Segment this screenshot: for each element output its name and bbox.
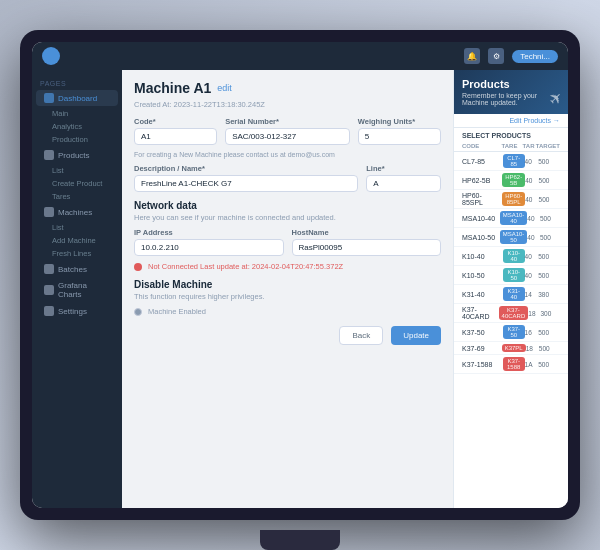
sidebar-item-batches[interactable]: Batches: [36, 261, 118, 277]
sidebar-section-label: PAGES: [32, 76, 122, 89]
product-tare: 1A: [525, 361, 539, 368]
notifications-icon[interactable]: 🔔: [464, 48, 480, 64]
product-tare: 18: [526, 345, 539, 352]
product-code: K31-40: [462, 291, 503, 298]
app-logo: [42, 47, 60, 65]
content-area: Machine A1 edit Created At: 2023-11-22T1…: [122, 70, 453, 508]
connection-status: Not Connected Last update at: 2024-02-04…: [134, 262, 441, 271]
col-target: TARGET: [536, 143, 560, 149]
product-code: MSA10-50: [462, 234, 500, 241]
product-target: 500: [540, 234, 560, 241]
sidebar-sub-production[interactable]: Production: [32, 133, 122, 146]
sidebar-item-settings[interactable]: Settings: [36, 303, 118, 319]
products-row[interactable]: HP62-5B HP62-5B 40 500: [454, 171, 568, 190]
created-text: Created At: 2023-11-22T13:18:30.245Z: [134, 100, 441, 109]
sidebar-item-grafana[interactable]: Grafana Charts: [36, 278, 118, 302]
form-grid-top: Code* Serial Number* Weighing Units*: [134, 117, 441, 145]
sidebar-item-machines[interactable]: Machines: [36, 204, 118, 220]
ip-label: IP Address: [134, 228, 284, 237]
form-row-desc: Description / Name* Line*: [134, 164, 441, 192]
sidebar-sub-create-product[interactable]: Create Product: [32, 177, 122, 190]
code-input[interactable]: [134, 128, 217, 145]
products-row[interactable]: K10-40 K10-40 40 500: [454, 247, 568, 266]
col-code: CODE: [462, 143, 502, 149]
product-tare: 40: [527, 234, 540, 241]
products-row[interactable]: CL7-85 CL7-85 40 500: [454, 152, 568, 171]
product-code: HP60-85SPL: [462, 192, 502, 206]
sidebar-sub-tares[interactable]: Tares: [32, 190, 122, 203]
products-row[interactable]: K37-69 K37PL 18 500: [454, 342, 568, 355]
product-target: 380: [538, 291, 560, 298]
machine-enabled-row: Machine Enabled: [134, 307, 441, 316]
ip-input[interactable]: [134, 239, 284, 256]
weighing-label: Weighing Units*: [358, 117, 441, 126]
line-input[interactable]: [366, 175, 441, 192]
serial-group: Serial Number*: [225, 117, 350, 145]
product-tare: 40: [525, 196, 538, 203]
product-tare: 18: [528, 310, 540, 317]
product-tare: 16: [525, 329, 539, 336]
product-tare: 14: [525, 291, 539, 298]
sidebar-sub-list[interactable]: List: [32, 164, 122, 177]
grafana-icon: [44, 285, 54, 295]
product-target: 500: [538, 329, 560, 336]
products-row[interactable]: K10-50 K10-50 40 500: [454, 266, 568, 285]
hostname-input[interactable]: [292, 239, 442, 256]
code-label: Code*: [134, 117, 217, 126]
desc-input[interactable]: [134, 175, 358, 192]
update-button[interactable]: Update: [391, 326, 441, 345]
products-row[interactable]: K37-50 K37-50 16 500: [454, 323, 568, 342]
products-header: Products Remember to keep your Machine u…: [454, 70, 568, 114]
product-code: HP62-5B: [462, 177, 502, 184]
edit-link[interactable]: edit: [217, 83, 232, 93]
sidebar-sub-add-machine[interactable]: Add Machine: [32, 234, 122, 247]
products-row[interactable]: K37-1588 K37-1588 1A 500: [454, 355, 568, 374]
products-row[interactable]: K31-40 K31-40 14 380: [454, 285, 568, 304]
product-tare: 40: [527, 215, 540, 222]
serial-input[interactable]: [225, 128, 350, 145]
product-badge: K10-40: [503, 249, 525, 263]
product-badge: MSA10-40: [500, 211, 528, 225]
products-panel: Products Remember to keep your Machine u…: [453, 70, 568, 508]
settings-icon[interactable]: ⚙: [488, 48, 504, 64]
products-table-header: CODE TARE TAR TARGET: [454, 141, 568, 152]
product-code: K37-69: [462, 345, 502, 352]
product-target: 500: [539, 345, 560, 352]
product-tare: 40: [525, 272, 539, 279]
action-row: Back Update: [134, 326, 441, 345]
sidebar-grafana-label: Grafana Charts: [58, 281, 110, 299]
form-hint: For creating a New Machine please contac…: [134, 151, 441, 158]
machine-enabled-label: Machine Enabled: [148, 307, 206, 316]
col-tare: TARE: [502, 143, 523, 149]
weighing-input[interactable]: [358, 128, 441, 145]
sidebar-sub-main[interactable]: Main: [32, 107, 122, 120]
products-edit-link[interactable]: Edit Products →: [454, 114, 568, 128]
products-row[interactable]: MSA10-50 MSA10-50 40 500: [454, 228, 568, 247]
sidebar-item-products[interactable]: Products: [36, 147, 118, 163]
product-badge: MSA10-50: [500, 230, 528, 244]
sidebar-sub-machines-list[interactable]: List: [32, 221, 122, 234]
sidebar-sub-analytics[interactable]: Analytics: [32, 120, 122, 133]
product-tare: 40: [525, 253, 539, 260]
sidebar-item-dashboard[interactable]: Dashboard: [36, 90, 118, 106]
products-row[interactable]: MSA10-40 MSA10-40 40 500: [454, 209, 568, 228]
products-row[interactable]: HP60-85SPL HP60-85PL 40 500: [454, 190, 568, 209]
user-badge[interactable]: Techni...: [512, 50, 558, 63]
disable-title: Disable Machine: [134, 279, 441, 290]
topbar-right: 🔔 ⚙ Techni...: [464, 48, 558, 64]
products-row[interactable]: K37-40CARD K37-40CARD 18 300: [454, 304, 568, 323]
network-grid: IP Address HostName: [134, 228, 441, 256]
product-target: 500: [538, 272, 560, 279]
sidebar-sub-fresh-lines[interactable]: Fresh Lines: [32, 247, 122, 260]
hostname-group: HostName: [292, 228, 442, 256]
ip-group: IP Address: [134, 228, 284, 256]
back-button[interactable]: Back: [339, 326, 383, 345]
monitor-shell: 🔔 ⚙ Techni... PAGES Dashboard Main Analy…: [20, 30, 580, 520]
product-target: 500: [539, 196, 560, 203]
product-code: K37-40CARD: [462, 306, 499, 320]
products-rows: CL7-85 CL7-85 40 500 HP62-5B HP62-5B 40 …: [454, 152, 568, 374]
desc-label: Description / Name*: [134, 164, 358, 173]
product-code: K37-1588: [462, 361, 503, 368]
toggle-dot[interactable]: [134, 308, 142, 316]
product-tare: 40: [525, 177, 538, 184]
